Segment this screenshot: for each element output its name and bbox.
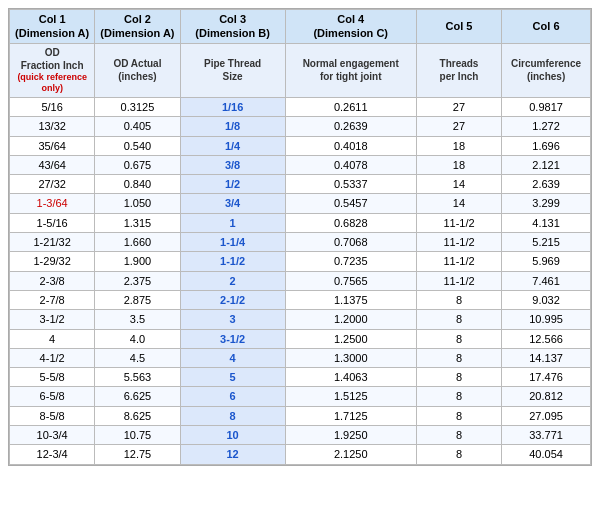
od-actual: 4.5 [95,348,180,367]
table-row: 3-1/23.531.2000810.995 [10,310,591,329]
table-row: 6-5/86.62561.5125820.812 [10,387,591,406]
normal-engagement: 0.5457 [285,194,416,213]
col4-subheader: Normal engagementfor tight joint [285,43,416,97]
normal-engagement: 0.7068 [285,233,416,252]
col2-header: Col 2(Dimension A) [95,10,180,44]
od-actual: 2.375 [95,271,180,290]
table-row: 2-7/82.8752-1/21.137589.032 [10,290,591,309]
threads-per-inch: 8 [416,426,501,445]
circumference: 10.995 [502,310,591,329]
od-actual: 0.840 [95,175,180,194]
threads-per-inch: 8 [416,406,501,425]
circumference: 1.696 [502,136,591,155]
circumference: 9.032 [502,290,591,309]
normal-engagement: 0.2639 [285,117,416,136]
od-actual: 2.875 [95,290,180,309]
pipe-thread-size: 3/4 [180,194,285,213]
table-row: 35/640.5401/40.4018181.696 [10,136,591,155]
od-fraction: 1-3/64 [10,194,95,213]
od-actual: 1.050 [95,194,180,213]
od-fraction: 1-5/16 [10,213,95,232]
pipe-thread-size: 1-1/4 [180,233,285,252]
table-row: 1-21/321.6601-1/40.706811-1/25.215 [10,233,591,252]
threads-per-inch: 8 [416,310,501,329]
normal-engagement: 0.7565 [285,271,416,290]
circumference: 2.639 [502,175,591,194]
pipe-thread-size: 3/8 [180,155,285,174]
threads-per-inch: 8 [416,329,501,348]
normal-engagement: 1.4063 [285,368,416,387]
pipe-thread-size: 1/16 [180,97,285,116]
col5-subheader: Threadsper Inch [416,43,501,97]
table-row: 27/320.8401/20.5337142.639 [10,175,591,194]
od-fraction: 2-7/8 [10,290,95,309]
normal-engagement: 1.3000 [285,348,416,367]
od-actual: 0.405 [95,117,180,136]
od-fraction: 5-5/8 [10,368,95,387]
od-actual: 0.3125 [95,97,180,116]
threads-per-inch: 8 [416,368,501,387]
col3-header: Col 3(Dimension B) [180,10,285,44]
od-fraction: 13/32 [10,117,95,136]
od-actual: 4.0 [95,329,180,348]
table-row: 5-5/85.56351.4063817.476 [10,368,591,387]
normal-engagement: 0.2611 [285,97,416,116]
table-row: 44.03-1/21.2500812.566 [10,329,591,348]
od-fraction: 8-5/8 [10,406,95,425]
pipe-thread-size: 3-1/2 [180,329,285,348]
col2-subheader: OD Actual(inches) [95,43,180,97]
main-table: Col 1(Dimension A) Col 2(Dimension A) Co… [8,8,592,466]
od-actual: 1.660 [95,233,180,252]
normal-engagement: 1.2500 [285,329,416,348]
od-fraction: 2-3/8 [10,271,95,290]
pipe-thread-size: 1/2 [180,175,285,194]
normal-engagement: 1.5125 [285,387,416,406]
od-fraction: 3-1/2 [10,310,95,329]
threads-per-inch: 27 [416,117,501,136]
threads-per-inch: 8 [416,348,501,367]
table-row: 1-29/321.9001-1/20.723511-1/25.969 [10,252,591,271]
threads-per-inch: 14 [416,194,501,213]
threads-per-inch: 11-1/2 [416,233,501,252]
od-actual: 8.625 [95,406,180,425]
table-row: 10-3/410.75101.9250833.771 [10,426,591,445]
od-actual: 1.900 [95,252,180,271]
col1-header: Col 1(Dimension A) [10,10,95,44]
circumference: 40.054 [502,445,591,464]
od-fraction: 1-21/32 [10,233,95,252]
od-fraction: 5/16 [10,97,95,116]
od-fraction: 35/64 [10,136,95,155]
table-row: 43/640.6753/80.4078182.121 [10,155,591,174]
od-fraction: 1-29/32 [10,252,95,271]
table-body: 5/160.31251/160.2611270.981713/320.4051/… [10,97,591,464]
header-row-2: ODFraction Inch(quick reference only) OD… [10,43,591,97]
threads-per-inch: 18 [416,155,501,174]
threads-per-inch: 18 [416,136,501,155]
table-row: 5/160.31251/160.2611270.9817 [10,97,591,116]
circumference: 4.131 [502,213,591,232]
normal-engagement: 0.5337 [285,175,416,194]
table-row: 4-1/24.541.3000814.137 [10,348,591,367]
table-row: 2-3/82.37520.756511-1/27.461 [10,271,591,290]
header-row-1: Col 1(Dimension A) Col 2(Dimension A) Co… [10,10,591,44]
pipe-thread-size: 3 [180,310,285,329]
od-actual: 0.540 [95,136,180,155]
od-fraction: 10-3/4 [10,426,95,445]
normal-engagement: 1.2000 [285,310,416,329]
normal-engagement: 0.7235 [285,252,416,271]
pipe-thread-size: 6 [180,387,285,406]
pipe-thread-size: 1/4 [180,136,285,155]
circumference: 0.9817 [502,97,591,116]
od-actual: 6.625 [95,387,180,406]
pipe-thread-size: 5 [180,368,285,387]
normal-engagement: 1.1375 [285,290,416,309]
normal-engagement: 1.7125 [285,406,416,425]
pipe-thread-size: 4 [180,348,285,367]
threads-per-inch: 27 [416,97,501,116]
od-actual: 0.675 [95,155,180,174]
col6-header: Col 6 [502,10,591,44]
circumference: 33.771 [502,426,591,445]
circumference: 1.272 [502,117,591,136]
threads-per-inch: 8 [416,445,501,464]
circumference: 2.121 [502,155,591,174]
